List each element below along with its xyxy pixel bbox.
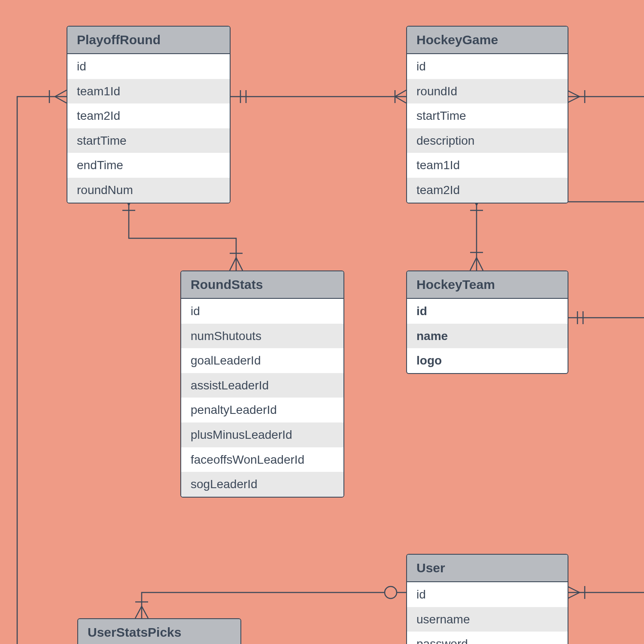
svg-line-17 (470, 258, 477, 270)
field: assistLeaderId (181, 373, 343, 398)
field: id (407, 299, 568, 324)
field: endTime (67, 153, 230, 178)
field: username (407, 607, 568, 632)
svg-line-36 (567, 586, 580, 592)
entity-title: HockeyGame (407, 27, 568, 54)
field: team1Id (67, 79, 230, 104)
field: faceoffsWonLeaderId (181, 447, 343, 472)
entity-user: User id username password (406, 554, 568, 644)
field: name (407, 324, 568, 349)
entity-playoffround: PlayoffRound id team1Id team2Id startTim… (67, 26, 231, 204)
field: sogLeaderId (181, 472, 343, 497)
field: roundNum (67, 178, 230, 203)
svg-line-37 (567, 592, 580, 599)
svg-line-25 (230, 258, 236, 270)
svg-line-32 (135, 606, 142, 618)
field: penaltyLeaderId (181, 398, 343, 422)
svg-line-26 (236, 258, 243, 270)
svg-line-6 (55, 90, 67, 97)
field: team1Id (407, 153, 568, 178)
field: id (407, 54, 568, 79)
entity-roundstats: RoundStats id numShutouts goalLeaderId a… (180, 270, 344, 498)
svg-line-11 (567, 97, 580, 103)
field: plusMinusLeaderId (181, 422, 343, 447)
svg-line-4 (395, 90, 406, 97)
entity-title: User (407, 555, 568, 582)
entity-hockeyteam: HockeyTeam id name logo (406, 270, 568, 374)
entity-title: UserStatsPicks (78, 619, 240, 644)
entity-title: HockeyTeam (407, 271, 568, 299)
svg-line-10 (567, 90, 580, 97)
field: logo (407, 348, 568, 373)
field: startTime (407, 103, 568, 128)
svg-line-18 (477, 258, 483, 270)
field: id (181, 299, 343, 324)
field: id (407, 582, 568, 607)
field: goalLeaderId (181, 348, 343, 373)
entity-title: RoundStats (181, 271, 343, 299)
svg-line-33 (142, 606, 148, 618)
entity-userstatspicks: UserStatsPicks (77, 618, 241, 644)
field: numShutouts (181, 324, 343, 349)
field: team2Id (407, 178, 568, 203)
field: id (67, 54, 230, 79)
svg-line-7 (55, 97, 67, 103)
field: startTime (67, 128, 230, 153)
field: roundId (407, 79, 568, 104)
entity-title: PlayoffRound (67, 27, 230, 54)
svg-point-31 (385, 586, 397, 598)
field: description (407, 128, 568, 153)
svg-line-5 (395, 97, 406, 103)
field: team2Id (67, 103, 230, 128)
entity-hockeygame: HockeyGame id roundId startTime descript… (406, 26, 568, 204)
field: password (407, 632, 568, 644)
